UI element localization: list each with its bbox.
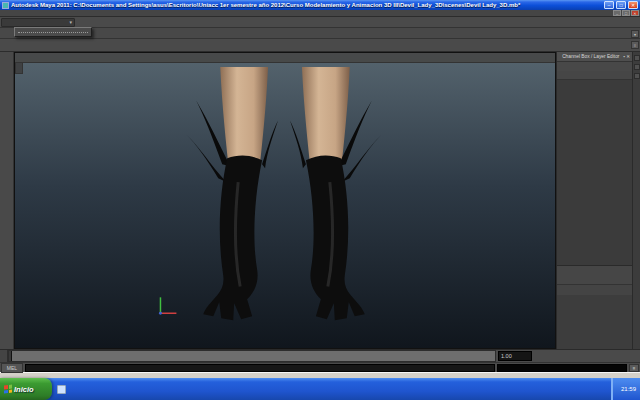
tool-box [0,52,14,349]
shelf-menu-button[interactable]: ▾ [631,30,639,38]
window-title: Autodesk Maya 2011: C:\Documents and Set… [11,2,602,8]
maya-window: Autodesk Maya 2011: C:\Documents and Set… [0,0,640,400]
status-line: ▾ [0,17,640,28]
doc-close-button[interactable]: ✕ [631,10,639,16]
doc-restore-button[interactable]: □ [622,10,630,16]
windows-flag-icon [4,385,12,394]
command-line: MEL ≡ [0,362,640,372]
start-button[interactable]: Inicio [0,378,52,400]
time-slider-stub [0,350,8,362]
tear-off-handle[interactable] [18,29,88,33]
title-bar[interactable]: Autodesk Maya 2011: C:\Documents and Set… [0,0,640,10]
app-icon [2,2,9,9]
minimize-button[interactable]: – [604,1,614,9]
shelf-tabs: ▾ [0,28,640,39]
layer-list [557,295,632,349]
maximize-button[interactable]: □ [616,1,626,9]
channel-box-tools [557,62,632,71]
taskbar: Inicio 21:59 [0,378,640,400]
script-editor-icon[interactable]: ≡ [629,364,639,372]
toggle-channel-box-icon[interactable] [634,73,640,79]
menu-bar: – □ ✕ [0,10,640,17]
layer-editor-menus [557,276,632,285]
quick-launch[interactable] [55,381,67,397]
toggle-toolbox-icon[interactable] [634,55,640,61]
playback-controls [534,350,535,362]
timeline-ruler[interactable] [8,350,496,362]
system-tray: 21:59 [611,378,640,400]
menu-set-selector[interactable]: ▾ [1,18,75,27]
doc-minimize-button[interactable]: – [613,10,621,16]
playhead[interactable] [9,351,12,361]
command-input[interactable] [25,364,495,372]
channel-box-header[interactable]: Channel Box / Layer Editor ▪ ✕ [557,52,632,62]
current-frame-field[interactable]: 1.00 [498,351,532,361]
layer-editor-toolbar [557,285,632,295]
scene-canvas[interactable] [15,53,555,348]
edit-menu-popup [14,27,92,37]
channel-box-title: Channel Box / Layer Editor [559,54,623,59]
close-button[interactable]: ✕ [628,1,638,9]
panel-menu-bar [15,53,555,63]
show-desktop-icon [57,385,66,394]
start-label: Inicio [14,385,34,394]
time-slider: 1.00 [0,349,640,362]
taskbar-clock: 21:59 [619,386,636,392]
mel-label[interactable]: MEL [1,363,23,373]
chevron-down-icon: ▾ [69,19,74,25]
layer-editor-tabs [557,266,632,276]
shelf-content: ≡ [0,39,640,52]
channel-box-panel: Channel Box / Layer Editor ▪ ✕ [556,52,632,349]
panel-toolbar [15,63,23,74]
channel-box-menus [557,71,632,80]
viewport-background [15,53,555,348]
shelf-editor-button[interactable]: ≡ [631,41,639,49]
command-result [497,364,627,372]
right-gutter [632,52,640,349]
viewport-persp[interactable] [14,52,556,349]
close-icon[interactable]: ✕ [625,54,630,59]
channel-list-area[interactable] [557,80,632,266]
toggle-attribute-editor-icon[interactable] [634,64,640,70]
